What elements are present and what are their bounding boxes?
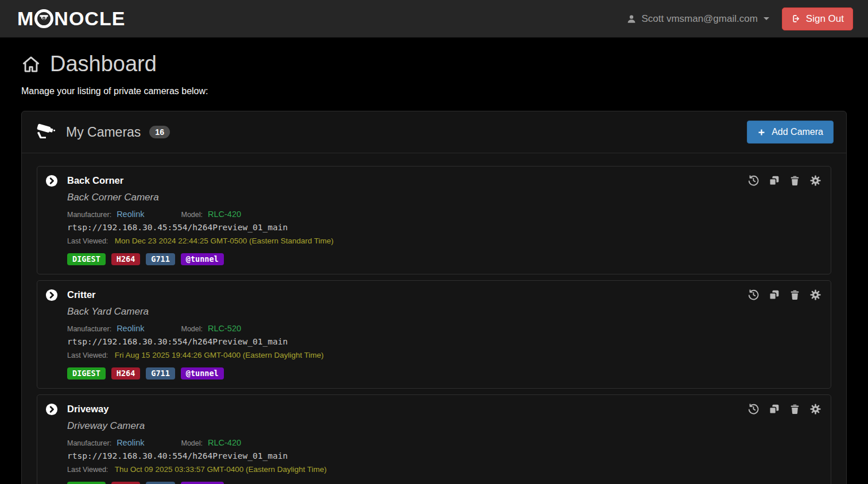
model-label: Model: [181,325,203,333]
delete-button[interactable] [789,403,801,415]
copy-icon [768,175,780,187]
panel-title: My Cameras [66,125,141,140]
camera-name: Critter [67,288,822,300]
expand-camera-button[interactable] [45,403,58,416]
history-icon [747,289,760,301]
manufacturer-label: Manufacturer: [67,325,111,333]
protocol-badge: @tunnel [181,482,224,484]
badge-list: DIGESTH264G711@tunnel [67,253,822,265]
last-viewed-label: Last Viewed: [67,351,108,359]
camera-name: Driveway [67,402,822,415]
protocol-badge: H264 [111,367,141,380]
history-icon [747,175,760,187]
panel-header: My Cameras 16 Add Camera [22,111,846,153]
history-icon [747,403,760,415]
protocol-badge: @tunnel [181,253,224,265]
protocol-badge: DIGEST [67,253,106,265]
gear-icon [809,289,822,301]
protocol-badge: G711 [146,367,175,380]
delete-button[interactable] [789,175,801,187]
gear-icon [809,403,822,415]
protocol-badge: H264 [111,482,141,484]
expand-camera-button[interactable] [45,175,58,187]
camera-model: RLC-420 [208,210,241,219]
model-label: Model: [181,439,203,447]
camera-last-viewed: Last Viewed: Thu Oct 09 2025 03:33:57 GM… [67,465,822,474]
brand-logo[interactable]: M NOCLE [17,7,125,30]
page-title: Dashboard [21,52,847,76]
badge-list: DIGESTH264G711@tunnel [67,482,822,484]
add-camera-button[interactable]: Add Camera [747,121,834,144]
expand-camera-button[interactable] [45,289,58,301]
user-dropdown[interactable]: Scott vmsman@gmail.com [626,13,769,25]
cctv-camera-icon [34,123,57,141]
settings-button[interactable] [809,175,822,187]
last-viewed-timestamp: Mon Dec 23 2024 22:44:25 GMT-0500 (Easte… [115,237,334,245]
camera-meta: Manufacturer: Reolink Model: RLC-520 [67,324,822,333]
sign-out-icon [791,14,801,24]
user-icon [626,14,637,24]
camera-row-actions [747,175,822,187]
badge-list: DIGESTH264G711@tunnel [67,367,822,380]
delete-button[interactable] [789,289,801,301]
navbar: M NOCLE Scott vmsman@gmail.com Sign Out [0,0,868,38]
camera-last-viewed: Last Viewed: Fri Aug 15 2025 19:44:26 GM… [67,351,822,359]
sign-out-button[interactable]: Sign Out [782,7,853,30]
camera-last-viewed: Last Viewed: Mon Dec 23 2024 22:44:25 GM… [67,237,822,245]
camera-meta: Manufacturer: Reolink Model: RLC-420 [67,210,822,219]
camera-description: Driveway Camera [67,420,822,432]
brand-text-prefix: M [17,7,34,30]
brand-text-suffix: NOCLE [54,7,125,30]
camera-row-actions [747,403,822,415]
camera-model: RLC-420 [208,438,241,447]
page-subtitle: Manage your listing of private cameras b… [21,86,847,96]
user-email: Scott vmsman@gmail.com [641,13,757,25]
duplicate-button[interactable] [768,403,780,415]
camera-row: Back Corner Back Corner Camera Manufactu… [37,166,831,274]
history-button[interactable] [747,289,760,301]
chevron-right-circle-icon [45,175,58,187]
protocol-badge: G711 [146,482,175,484]
last-viewed-label: Last Viewed: [67,237,108,245]
camera-rtsp-url: rtsp://192.168.30.45:554/h264Preview_01_… [67,223,822,232]
camera-manufacturer: Reolink [117,324,144,333]
camera-meta: Manufacturer: Reolink Model: RLC-420 [67,438,822,447]
camera-description: Back Yard Camera [67,306,822,317]
camera-model: RLC-520 [208,324,241,333]
chevron-down-icon [764,17,769,20]
last-viewed-label: Last Viewed: [67,466,108,474]
camera-manufacturer: Reolink [117,210,144,219]
duplicate-button[interactable] [768,175,780,187]
chevron-right-circle-icon [45,403,58,416]
protocol-badge: DIGEST [67,367,106,380]
home-icon [21,55,41,74]
manufacturer-label: Manufacturer: [67,439,111,447]
trash-icon [789,289,801,301]
last-viewed-timestamp: Fri Aug 15 2025 19:44:26 GMT-0400 (Easte… [115,351,324,359]
camera-row: Driveway Driveway Camera Manufacturer: R… [37,394,831,484]
protocol-badge: @tunnel [181,367,224,380]
protocol-badge: DIGEST [67,482,106,484]
dome-camera-icon [34,9,53,28]
history-button[interactable] [747,403,760,415]
camera-rtsp-url: rtsp://192.168.30.40:554/h264Preview_01_… [67,451,822,460]
settings-button[interactable] [809,403,822,415]
camera-row: Critter Back Yard Camera Manufacturer: R… [37,280,831,389]
settings-button[interactable] [809,289,822,301]
protocol-badge: H264 [111,253,141,265]
trash-icon [789,175,801,187]
camera-row-actions [747,289,822,301]
camera-description: Back Corner Camera [67,192,822,203]
camera-list: Back Corner Back Corner Camera Manufactu… [22,153,846,484]
model-label: Model: [181,211,203,219]
camera-name: Back Corner [67,174,822,186]
copy-icon [768,289,780,301]
plus-icon [757,128,766,137]
camera-rtsp-url: rtsp://192.168.30.30:554/h264Preview_01_… [67,337,822,346]
chevron-right-circle-icon [45,289,58,301]
manufacturer-label: Manufacturer: [67,211,111,219]
my-cameras-panel: My Cameras 16 Add Camera [21,111,847,484]
duplicate-button[interactable] [768,289,780,301]
last-viewed-timestamp: Thu Oct 09 2025 03:33:57 GMT-0400 (Easte… [115,465,327,474]
history-button[interactable] [747,175,760,187]
